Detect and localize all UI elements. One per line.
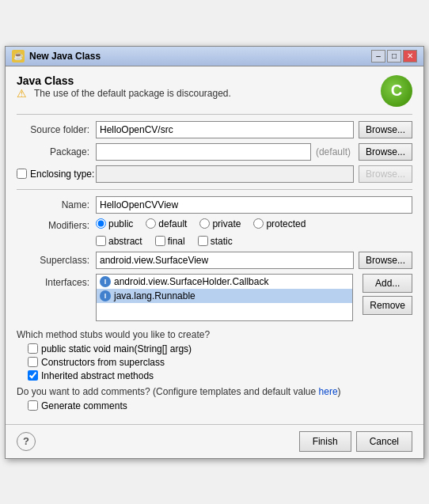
stub-main-checkbox[interactable] (28, 343, 38, 354)
divider-2 (17, 189, 412, 190)
enclosing-label: Enclosing type: (30, 169, 94, 180)
superclass-input[interactable] (96, 252, 354, 269)
modifier-final-checkbox[interactable] (155, 236, 165, 246)
modifier-protected[interactable]: protected (253, 218, 306, 229)
stub-inherited-checkbox[interactable] (28, 370, 38, 381)
section-header: Java Class ⚠ The use of the default pack… (17, 74, 412, 108)
source-folder-field: Browse... (96, 121, 412, 138)
superclass-browse-button[interactable]: Browse... (359, 252, 412, 269)
eclipse-logo: C (381, 75, 412, 107)
enclosing-row: Enclosing type: Browse... (17, 165, 412, 183)
modifier-private[interactable]: private (199, 218, 241, 229)
modifier-abstract-checkbox[interactable] (96, 236, 106, 246)
interfaces-field: I android.view.SurfaceHolder.Callback I … (96, 274, 412, 321)
package-field: (default) Browse... (96, 143, 412, 161)
modifier-public[interactable]: public (96, 218, 133, 229)
stub-constructors-label: Constructors from superclass (41, 357, 165, 368)
stubs-section: Which method stubs would you like to cre… (17, 329, 412, 381)
interfaces-add-button[interactable]: Add... (363, 274, 412, 293)
superclass-label: Superclass: (17, 255, 96, 266)
source-folder-input[interactable] (96, 121, 354, 138)
stub-main-label: public static void main(String[] args) (41, 343, 192, 354)
comments-link[interactable]: here (319, 386, 338, 397)
help-button[interactable]: ? (17, 432, 36, 451)
enclosing-browse-button[interactable]: Browse... (359, 165, 412, 183)
minimize-button[interactable]: – (371, 50, 385, 63)
modifier-checks-group: abstract final static (96, 236, 306, 247)
package-row: Package: (default) Browse... (17, 143, 412, 161)
comments-section: Do you want to add comments? (Configure … (17, 386, 412, 411)
source-folder-row: Source folder: Browse... (17, 121, 412, 138)
finish-button[interactable]: Finish (299, 431, 351, 452)
package-input[interactable] (96, 143, 311, 161)
modifiers-radio-group: public default private protected (96, 218, 306, 229)
list-item[interactable]: I java.lang.Runnable (97, 289, 352, 303)
modifier-protected-radio[interactable] (253, 218, 264, 229)
maximize-button[interactable]: □ (387, 50, 401, 63)
stubs-checkbox-3: Inherited abstract methods (28, 370, 412, 381)
generate-comments-checkbox[interactable] (28, 400, 38, 411)
titlebar: ☕ New Java Class – □ ✕ (6, 47, 423, 66)
interface-label-2: java.lang.Runnable (114, 290, 196, 301)
warning-text: The use of the default package is discou… (34, 88, 231, 99)
modifier-private-radio[interactable] (199, 218, 210, 229)
package-browse-button[interactable]: Browse... (359, 143, 412, 161)
interface-label-1: android.view.SurfaceHolder.Callback (114, 276, 268, 287)
warning-icon: ⚠ (17, 87, 29, 100)
generate-comments-label: Generate comments (41, 400, 127, 411)
interfaces-buttons: Add... Remove (363, 274, 412, 315)
package-label: Package: (17, 146, 96, 157)
dialog-window: ☕ New Java Class – □ ✕ Java Class ⚠ The … (5, 46, 424, 459)
stub-inherited-label: Inherited abstract methods (41, 370, 154, 381)
modifier-static[interactable]: static (198, 236, 233, 247)
modifier-final[interactable]: final (155, 236, 185, 247)
comments-label: Do you want to add comments? (Configure … (17, 386, 412, 397)
close-button[interactable]: ✕ (403, 50, 417, 63)
dialog-title: New Java Class (29, 51, 101, 62)
name-field (96, 196, 412, 214)
list-item[interactable]: I android.view.SurfaceHolder.Callback (97, 275, 352, 289)
stubs-checkbox-1: public static void main(String[] args) (28, 343, 412, 354)
modifier-abstract[interactable]: abstract (96, 236, 142, 247)
source-folder-label: Source folder: (17, 124, 96, 135)
cancel-button[interactable]: Cancel (356, 431, 412, 452)
dialog-footer: ? Finish Cancel (6, 424, 423, 458)
stub-constructors-checkbox[interactable] (28, 357, 38, 367)
interfaces-row: Interfaces: I android.view.SurfaceHolder… (17, 274, 412, 321)
enclosing-type-checkbox[interactable] (17, 169, 27, 179)
modifier-default[interactable]: default (146, 218, 187, 229)
modifier-default-radio[interactable] (146, 218, 156, 229)
modifier-public-radio[interactable] (96, 218, 106, 229)
divider-1 (17, 114, 412, 115)
interface-icon-1: I (100, 276, 111, 287)
package-default-text: (default) (316, 146, 354, 157)
comments-checkbox: Generate comments (28, 400, 412, 411)
stubs-checkbox-2: Constructors from superclass (28, 357, 412, 368)
interfaces-label: Interfaces: (17, 274, 96, 288)
enclosing-input[interactable] (96, 165, 354, 183)
titlebar-icon: ☕ (12, 50, 25, 63)
name-label: Name: (17, 199, 96, 210)
modifiers-row: Modifiers: public default private (17, 218, 412, 247)
section-title: Java Class (17, 74, 231, 87)
modifiers-label: Modifiers: (17, 218, 96, 231)
comments-text: Do you want to add comments? (Configure … (17, 386, 319, 397)
titlebar-controls: – □ ✕ (371, 50, 417, 63)
superclass-row: Superclass: Browse... (17, 252, 412, 269)
name-input[interactable] (96, 196, 412, 214)
dialog-content: Java Class ⚠ The use of the default pack… (6, 66, 423, 424)
enclosing-field: Browse... (96, 165, 412, 183)
modifier-static-checkbox[interactable] (198, 236, 208, 246)
warning-box: ⚠ The use of the default package is disc… (17, 87, 231, 100)
stubs-label: Which method stubs would you like to cre… (17, 329, 412, 340)
interfaces-remove-button[interactable]: Remove (363, 296, 412, 315)
interfaces-list: I android.view.SurfaceHolder.Callback I … (96, 274, 353, 321)
superclass-field: Browse... (96, 252, 412, 269)
source-folder-browse-button[interactable]: Browse... (359, 121, 412, 138)
footer-buttons: Finish Cancel (299, 431, 412, 452)
interface-icon-2: I (100, 290, 111, 301)
name-row: Name: (17, 196, 412, 214)
